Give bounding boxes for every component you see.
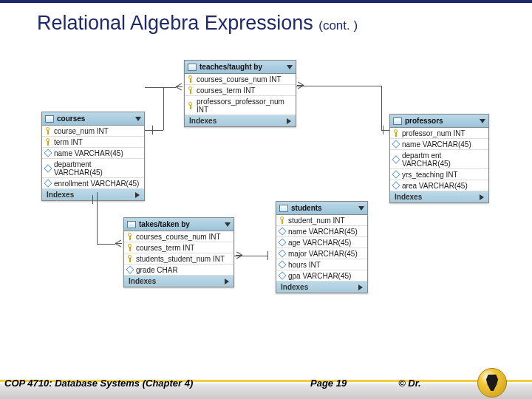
column-row: student_num INT (276, 215, 367, 226)
table-header: professors (390, 115, 488, 128)
diamond-icon (44, 149, 52, 157)
diamond-icon (392, 155, 400, 163)
table-name: takes/taken by (139, 220, 190, 228)
ucf-logo-icon (477, 368, 507, 398)
column-row: name VARCHAR(45) (276, 226, 367, 237)
column-row: professors_professor_num INT (185, 96, 296, 115)
connector (97, 244, 115, 245)
key-icon (127, 233, 133, 240)
column-label: term INT (54, 138, 83, 146)
key-icon (127, 255, 133, 262)
crowsfoot-icon (115, 239, 123, 249)
column-label: age VARCHAR(45) (288, 239, 351, 247)
diamond-icon (44, 164, 52, 172)
key-icon (188, 86, 194, 94)
column-label: courses_term INT (197, 86, 255, 95)
column-row: courses_course_num INT (124, 231, 233, 242)
column-row: departm ent VARCHAR(45) (390, 150, 488, 169)
footer-right: © Dr. (347, 378, 421, 389)
column-label: courses_course_num INT (197, 75, 282, 83)
column-row: term INT (42, 137, 144, 148)
chevron-down-icon (358, 206, 364, 211)
table-name: courses (57, 115, 85, 123)
indexes-label: Indexes (129, 277, 156, 285)
table-teaches: teaches/taught by courses_course_num INT… (184, 60, 296, 127)
diamond-icon (44, 179, 52, 187)
indexes-section: Indexes (276, 282, 367, 293)
indexes-section: Indexes (42, 189, 144, 200)
indexes-section: Indexes (124, 276, 233, 287)
chevron-right-icon (480, 194, 484, 200)
table-name: students (291, 204, 322, 212)
table-icon (127, 221, 136, 228)
cardinality-bar-icon (92, 195, 93, 204)
table-students: students student_num INT name VARCHAR(45… (276, 201, 368, 293)
column-row: students_student_num INT (124, 253, 233, 265)
table-professors: professors professor_num INT name VARCHA… (389, 114, 489, 203)
column-label: courses_course_num INT (136, 233, 221, 241)
column-label: departm ent VARCHAR(45) (402, 151, 485, 168)
column-label: grade CHAR (136, 266, 178, 274)
indexes-label: Indexes (395, 193, 422, 201)
diamond-icon (392, 181, 400, 189)
title-text: Relational Algebra Expressions (37, 12, 318, 34)
column-label: course_num INT (54, 127, 109, 135)
column-row: enrollment VARCHAR(45) (42, 178, 144, 189)
column-row: courses_term INT (185, 85, 296, 96)
column-row: gpa VARCHAR(45) (276, 270, 367, 282)
column-label: yrs_teaching INT (402, 171, 458, 179)
indexes-label: Indexes (189, 117, 216, 125)
column-row: area VARCHAR(45) (390, 180, 488, 191)
chevron-down-icon (480, 119, 485, 123)
cardinality-bar-icon (383, 126, 383, 134)
diamond-icon (126, 265, 134, 273)
footer-page: Page 19 (229, 378, 347, 389)
column-label: professor_num INT (402, 129, 466, 137)
table-takes: takes/taken by courses_course_num INT co… (123, 217, 234, 287)
table-icon (188, 64, 197, 71)
crowsfoot-icon (235, 250, 242, 261)
table-header: takes/taken by (124, 218, 233, 231)
column-label: professors_professor_num INT (197, 98, 293, 114)
column-row: name VARCHAR(45) (390, 139, 488, 150)
cardinality-bar-icon (152, 126, 153, 134)
column-row: courses_course_num INT (185, 74, 296, 85)
chevron-down-icon (225, 222, 231, 227)
column-row: major VARCHAR(45) (276, 248, 367, 259)
column-label: area VARCHAR(45) (402, 182, 468, 190)
column-row: hours INT (276, 259, 367, 270)
chevron-down-icon (287, 65, 293, 69)
chevron-right-icon (225, 279, 229, 284)
chevron-right-icon (287, 118, 291, 124)
table-header: courses (42, 112, 144, 126)
table-header: teaches/taught by (185, 61, 296, 74)
column-label: hours INT (288, 261, 321, 269)
column-label: gpa VARCHAR(45) (288, 272, 351, 280)
key-icon (393, 129, 399, 137)
column-row: department VARCHAR(45) (42, 159, 144, 178)
indexes-section: Indexes (390, 191, 488, 202)
table-header: students (276, 202, 367, 215)
table-icon (393, 117, 402, 125)
indexes-label: Indexes (47, 191, 74, 199)
diamond-icon (392, 140, 400, 148)
cardinality-bar-icon (267, 251, 268, 260)
column-label: major VARCHAR(45) (288, 250, 358, 258)
diamond-icon (392, 170, 400, 178)
column-row: grade CHAR (124, 265, 233, 276)
column-label: name VARCHAR(45) (402, 140, 471, 149)
connector (145, 87, 176, 88)
indexes-section: Indexes (185, 115, 296, 126)
table-courses: courses course_num INT term INT name VAR… (41, 112, 145, 201)
column-row: professor_num INT (390, 128, 488, 139)
footer-left: COP 4710: Database Systems (Chapter 4) (0, 378, 229, 389)
indexes-label: Indexes (281, 283, 308, 291)
column-row: name VARCHAR(45) (42, 148, 144, 159)
footer: COP 4710: Database Systems (Chapter 4) P… (0, 366, 532, 399)
diamond-icon (278, 249, 286, 257)
column-row: course_num INT (42, 126, 144, 137)
key-icon (279, 216, 285, 224)
diamond-icon (278, 227, 286, 235)
crowsfoot-icon (296, 81, 304, 91)
key-icon (45, 127, 51, 134)
